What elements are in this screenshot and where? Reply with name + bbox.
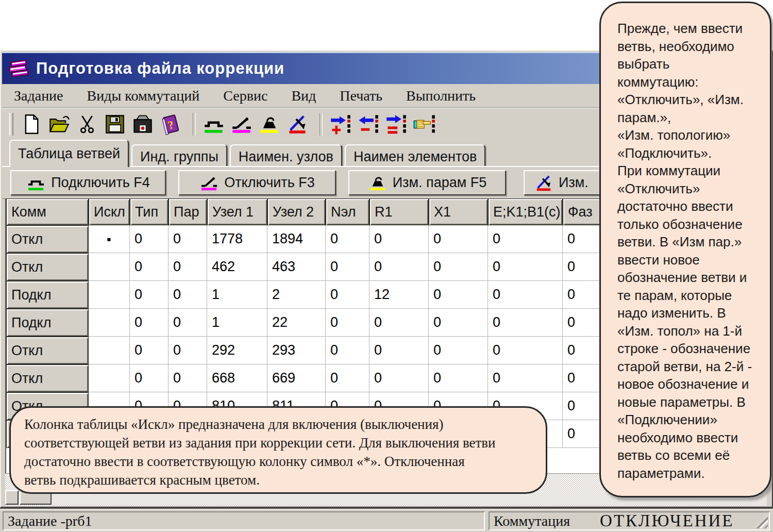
menu-item[interactable]: Печать [328, 88, 394, 104]
ek1b1-cell[interactable]: 0 [488, 281, 563, 309]
tip-cell[interactable]: 0 [130, 337, 169, 364]
column-header-node2[interactable]: Узел 2 [267, 198, 326, 225]
r1-cell[interactable]: 12 [369, 281, 429, 309]
x1-cell[interactable]: 0 [429, 253, 488, 281]
node2-cell[interactable]: 1894 [267, 225, 326, 253]
r1-cell[interactable]: 0 [369, 337, 429, 364]
par-cell[interactable]: 0 [169, 309, 207, 337]
column-header-iskl[interactable]: Искл [89, 198, 130, 225]
disconnect-icon[interactable] [230, 112, 254, 136]
disconnect-button[interactable]: Отключить F3 [178, 170, 336, 195]
column-header-ek1b1[interactable]: E;K1;B1(c) [488, 198, 563, 225]
replace-row-icon[interactable] [384, 112, 408, 136]
x1-cell[interactable]: 0 [429, 225, 488, 253]
node1-cell[interactable]: 668 [207, 364, 267, 392]
connect-button[interactable]: Подключить F4 [10, 170, 166, 195]
save-icon[interactable] [103, 112, 127, 136]
node1-cell[interactable]: 292 [207, 337, 267, 364]
menu-item[interactable]: Сервис [211, 88, 279, 104]
nel-cell[interactable]: 0 [326, 281, 369, 309]
tip-cell[interactable]: 0 [130, 364, 169, 392]
resize-grip[interactable] [753, 514, 768, 528]
menu-item[interactable]: Виды коммутаций [75, 88, 212, 104]
iskl-cell[interactable] [89, 281, 130, 309]
komm-cell[interactable]: Откл [6, 337, 89, 364]
x1-cell[interactable]: 0 [429, 364, 488, 392]
node1-cell[interactable]: 1 [207, 281, 267, 309]
tab-branch-table[interactable]: Таблица ветвей [9, 140, 129, 167]
snapshot-icon[interactable] [131, 112, 155, 136]
open-file-icon[interactable] [47, 112, 71, 136]
ek1b1-cell[interactable]: 0 [488, 253, 563, 281]
change-params-icon[interactable] [258, 112, 281, 136]
column-header-r1[interactable]: R1 [369, 198, 429, 225]
komm-cell[interactable]: Откл [6, 364, 89, 392]
ek1b1-cell[interactable]: 0 [488, 337, 563, 364]
node2-cell[interactable]: 2 [267, 281, 326, 309]
column-header-x1[interactable]: X1 [429, 198, 488, 225]
insert-row-icon[interactable] [329, 112, 352, 136]
nel-cell[interactable]: 0 [326, 337, 369, 364]
x1-cell[interactable]: 0 [429, 337, 488, 364]
tip-cell[interactable]: 0 [130, 253, 169, 281]
menu-item[interactable]: Вид [279, 88, 328, 104]
tab-element-names[interactable]: Наимен элементов [345, 144, 485, 167]
komm-cell[interactable]: Откл [6, 225, 89, 253]
tab-ind-groups[interactable]: Инд. группы [131, 144, 227, 167]
column-header-nel[interactable]: Nэл [326, 198, 369, 225]
komm-cell[interactable]: Подкл [6, 309, 89, 337]
column-header-komm[interactable]: Комм [6, 198, 89, 225]
new-file-icon[interactable] [20, 112, 43, 136]
r1-cell[interactable]: 0 [369, 364, 429, 392]
change-params-button[interactable]: Изм. парам F5 [348, 170, 506, 195]
tip-cell[interactable]: 0 [130, 281, 169, 309]
iskl-cell[interactable] [89, 337, 130, 364]
column-header-par[interactable]: Пар [169, 198, 207, 225]
komm-cell[interactable]: Откл [6, 253, 89, 281]
node1-cell[interactable]: 1 [207, 309, 267, 337]
scroll-left-button[interactable] [5, 490, 19, 505]
node2-cell[interactable]: 463 [267, 253, 326, 281]
commutation-label: Коммутация [494, 513, 570, 529]
komm-cell[interactable]: Подкл [6, 281, 89, 309]
node1-cell[interactable]: 462 [207, 253, 267, 281]
change-topology-icon[interactable] [285, 112, 309, 136]
iskl-cell[interactable] [89, 309, 130, 337]
help-book-icon[interactable]: ? [159, 112, 182, 136]
iskl-cell[interactable] [89, 364, 130, 392]
node2-cell[interactable]: 669 [267, 364, 326, 392]
par-cell[interactable]: 0 [169, 225, 207, 253]
nel-cell[interactable]: 0 [326, 364, 369, 392]
par-cell[interactable]: 0 [169, 364, 207, 392]
nel-cell[interactable]: 0 [326, 253, 369, 281]
menu-item[interactable]: Задание [2, 88, 75, 104]
delete-row-icon[interactable] [357, 112, 380, 136]
ek1b1-cell[interactable]: 0 [488, 364, 563, 392]
column-header-tip[interactable]: Тип [130, 198, 169, 225]
ek1b1-cell[interactable]: 0 [488, 309, 563, 337]
connect-icon[interactable] [202, 112, 226, 136]
r1-cell[interactable]: 0 [369, 309, 429, 337]
point-row-icon[interactable] [412, 112, 436, 136]
cut-icon[interactable] [75, 112, 99, 136]
ek1b1-cell[interactable]: 0 [488, 225, 563, 253]
tip-cell[interactable]: 0 [130, 225, 169, 253]
node1-cell[interactable]: 1778 [207, 225, 267, 253]
x1-cell[interactable]: 0 [429, 281, 488, 309]
column-header-node1[interactable]: Узел 1 [207, 198, 267, 225]
node2-cell[interactable]: 22 [267, 309, 326, 337]
tip-cell[interactable]: 0 [130, 309, 169, 337]
tab-node-names[interactable]: Наимен. узлов [230, 144, 342, 167]
nel-cell[interactable]: 0 [326, 225, 369, 253]
par-cell[interactable]: 0 [169, 337, 207, 364]
par-cell[interactable]: 0 [169, 281, 207, 309]
node2-cell[interactable]: 293 [267, 337, 326, 364]
r1-cell[interactable]: 0 [369, 253, 429, 281]
par-cell[interactable]: 0 [169, 253, 207, 281]
nel-cell[interactable]: 0 [326, 309, 369, 337]
x1-cell[interactable]: 0 [429, 309, 488, 337]
iskl-cell[interactable] [89, 253, 130, 281]
iskl-cell[interactable]: ▪ [89, 225, 130, 253]
menu-item[interactable]: Выполнить [394, 88, 488, 104]
r1-cell[interactable]: 0 [369, 225, 429, 253]
